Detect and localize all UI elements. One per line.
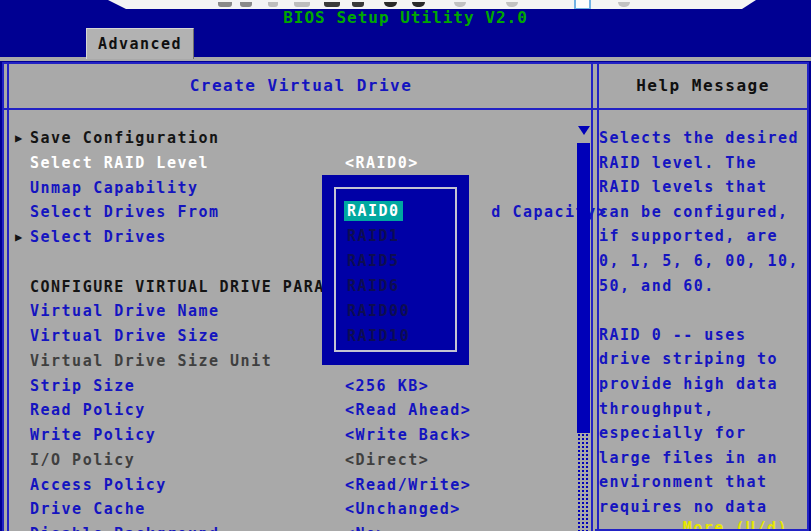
raid-option[interactable]: RAID10 xyxy=(344,324,455,349)
help-line: RAID level. The xyxy=(599,151,805,176)
toolbar-icon-fragment xyxy=(618,2,630,7)
toolbar-icon-fragment xyxy=(240,2,252,7)
menu-item-label: Virtual Drive Size xyxy=(30,327,220,345)
menu-item-label: Strip Size xyxy=(30,377,135,395)
menu-item[interactable]: ▶Select Drives xyxy=(12,225,572,250)
menu-item-value: <No> xyxy=(345,522,387,531)
menu-item[interactable]: ▶Save Configuration xyxy=(12,126,572,151)
help-line: throughput, xyxy=(599,397,805,422)
help-line: 0, 1, 5, 6, 00, 10, xyxy=(599,249,805,274)
menu-item[interactable]: Strip Size<256 KB> xyxy=(12,374,572,399)
raid-option[interactable]: RAID6 xyxy=(344,274,455,299)
help-line: large files in an xyxy=(599,446,805,471)
help-line: drive striping to xyxy=(599,347,805,372)
menu-list: ▶Save ConfigurationSelect RAID Level<RAI… xyxy=(12,126,572,531)
toolbar-icon-fragment xyxy=(352,2,364,7)
help-line: RAID 0 -- uses xyxy=(599,323,805,348)
menu-item-label: Read Policy xyxy=(30,401,146,419)
raid-level-popup: RAID0RAID1RAID5RAID6RAID00RAID10 xyxy=(322,175,469,365)
scrollbar[interactable] xyxy=(577,126,590,531)
help-panel-title: Help Message xyxy=(599,76,807,95)
menu-item-label: Unmap Capability xyxy=(30,179,199,197)
menu-item[interactable]: Write Policy<Write Back> xyxy=(12,423,572,448)
bios-screen: BIOS Setup Utility V2.0 Advanced Create … xyxy=(0,0,811,531)
panel-divider xyxy=(591,64,593,531)
submenu-arrow-icon: ▶ xyxy=(15,126,22,151)
toolbar-icon-fragment xyxy=(412,2,425,7)
submenu-arrow-icon: ▶ xyxy=(15,225,22,250)
page-title: Create Virtual Drive xyxy=(12,76,590,95)
menu-item-label: Save Configuration xyxy=(30,129,220,147)
help-line: can be configured, xyxy=(599,200,805,225)
menu-item-label: Virtual Drive Size Unit xyxy=(30,352,272,370)
menu-item-value: <Read Ahead> xyxy=(345,398,471,423)
scroll-up-icon[interactable] xyxy=(578,126,590,135)
menu-item: Virtual Drive Size Unit xyxy=(12,349,572,374)
menu-item-value: <RAID0> xyxy=(345,151,419,176)
help-line: especially for xyxy=(599,421,805,446)
menu-item[interactable]: Drive Cache<Unchanged> xyxy=(12,497,572,522)
help-line: 50, and 60. xyxy=(599,274,805,299)
menu-item-value: <Unchanged> xyxy=(345,497,461,522)
menu-item: CONFIGURE VIRTUAL DRIVE PARAMETERS: xyxy=(12,275,572,300)
raid-option[interactable]: RAID5 xyxy=(344,249,455,274)
raid-option[interactable]: RAID00 xyxy=(344,299,455,324)
scrollbar-track[interactable] xyxy=(577,433,590,531)
help-line: RAID levels that xyxy=(599,175,805,200)
menu-item-label: Disable Background xyxy=(30,525,220,531)
raid-options-list: RAID0RAID1RAID5RAID6RAID00RAID10 xyxy=(344,199,455,349)
header-divider xyxy=(4,108,807,110)
menu-item-value: <Read/Write> xyxy=(345,473,471,498)
raid-option[interactable]: RAID1 xyxy=(344,224,455,249)
bios-title: BIOS Setup Utility V2.0 xyxy=(0,8,811,27)
menu-item-value: <Direct> xyxy=(345,448,429,473)
menu-item-value: <256 KB> xyxy=(345,374,429,399)
help-line: Selects the desired xyxy=(599,126,805,151)
menu-item-label: Access Policy xyxy=(30,476,167,494)
tab-advanced[interactable]: Advanced xyxy=(86,28,194,59)
menu-item-value: <Unconfigured Capacity> xyxy=(491,200,616,225)
panel-inner-border xyxy=(7,64,9,531)
menu-item[interactable]: Read Policy<Read Ahead> xyxy=(12,398,572,423)
menu-item[interactable]: Virtual Drive Size xyxy=(12,324,572,349)
menu-item-label: Virtual Drive Name xyxy=(30,302,220,320)
toolbar-icon-fragment xyxy=(218,2,232,7)
help-text: Selects the desiredRAID level. TheRAID l… xyxy=(599,126,805,520)
toolbar-icon-fragment xyxy=(268,2,278,7)
menu-item-label: I/O Policy xyxy=(30,451,135,469)
menu-item: I/O Policy<Direct> xyxy=(12,448,572,473)
help-line: requires no data xyxy=(599,495,805,520)
menu-item-label: Select Drives xyxy=(30,228,167,246)
menu-item xyxy=(12,250,572,275)
menu-item[interactable]: Disable Background<No> xyxy=(12,522,572,531)
help-line: if supported, are xyxy=(599,224,805,249)
menu-item[interactable]: Select Drives From<Unconfigured Capacity… xyxy=(12,200,572,225)
raid-option[interactable]: RAID0 xyxy=(344,199,455,224)
menu-item[interactable]: Select RAID Level<RAID0> xyxy=(12,151,572,176)
main-panel: Create Virtual Drive Help Message ▶Save … xyxy=(2,62,809,531)
menu-item[interactable]: Unmap Capability xyxy=(12,176,572,201)
toolbar-icon-fragment xyxy=(294,2,310,7)
help-line: environment that xyxy=(599,470,805,495)
menu-item-label: Write Policy xyxy=(30,426,156,444)
scrollbar-thumb[interactable] xyxy=(577,143,590,433)
menu-item[interactable]: Access Policy<Read/Write> xyxy=(12,473,572,498)
toolbar-icon-fragment xyxy=(454,2,466,7)
toolbar-icon-fragment xyxy=(384,2,397,7)
menu-item[interactable]: Virtual Drive Name xyxy=(12,299,572,324)
menu-item-value: <Write Back> xyxy=(345,423,471,448)
menu-item-label: Select RAID Level xyxy=(30,154,209,172)
help-line xyxy=(599,298,805,323)
toolbar-icon-fragment xyxy=(506,2,518,7)
menu-item-label: Select Drives From xyxy=(30,203,220,221)
toolbar-icon-fragment xyxy=(324,2,340,7)
help-line: provide high data xyxy=(599,372,805,397)
menu-item-label: Drive Cache xyxy=(30,500,146,518)
